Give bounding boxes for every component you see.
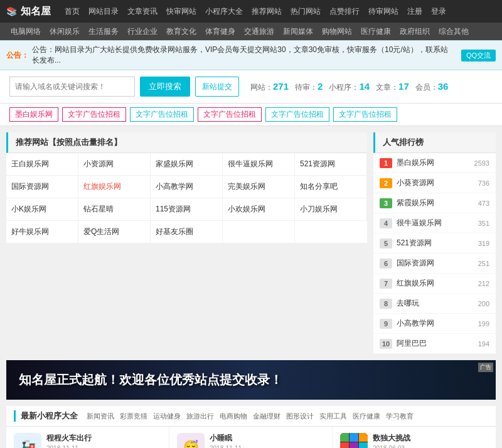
rank-item-5[interactable]: 5 521资源网 319 (373, 233, 496, 253)
cat-government[interactable]: 政府组织 (395, 24, 434, 39)
banner-ad-label: 广告 (478, 363, 493, 372)
mini-item-1[interactable]: 😴 小睡眠 2018-11-11 小睡眠，微信小程序每日70万＋用户，帮你好好小… (169, 427, 333, 448)
mini-item-0[interactable]: 🚂 程程火车出行 2018-11-11 【智能查询】支持查询高铁、动车、火车；【… (6, 427, 169, 448)
mini-item-2[interactable]: 数独大挑战 2018-06-03 数独--所数独游戏，拒家您轻松玩9×9宫位上的… (333, 427, 496, 448)
nav-hot[interactable]: 热门网站 (286, 4, 325, 19)
site-cell-10[interactable]: 小K娱乐网 (6, 198, 78, 221)
qq-btn[interactable]: QQ交流 (461, 50, 496, 61)
mini-cat-3[interactable]: 旅游出行 (184, 411, 216, 422)
mini-item-name-1: 小睡眠 (210, 433, 324, 444)
nav-directory[interactable]: 网站目录 (84, 4, 123, 19)
site-cell-11[interactable]: 钻石星晴 (78, 198, 151, 221)
stat-mini: 小程序：14 (329, 81, 370, 93)
site-cell-15[interactable]: 好牛娱乐网 (6, 221, 78, 243)
nav-login[interactable]: 登录 (427, 4, 451, 19)
site-cell-7[interactable]: 小高教学网 (151, 176, 223, 198)
mini-item-date-0: 2018-11-11 (46, 445, 161, 448)
cat-computer[interactable]: 电脑网络 (6, 24, 45, 39)
rank-name-2: 小葵资源网 (397, 178, 478, 188)
category-nav: 电脑网络 休闲娱乐 生活服务 行业企业 教育文化 体育健身 交通旅游 新闻媒体 … (0, 23, 502, 40)
search-button[interactable]: 立即搜索 (140, 77, 190, 97)
rank-num-8: 8 (380, 299, 392, 309)
search-input[interactable] (9, 77, 135, 97)
ad-link-5[interactable]: 文字广告位招租 (333, 107, 397, 122)
site-cell-4[interactable]: 521资源网 (295, 153, 367, 176)
site-cell-3[interactable]: 很牛逼娱乐网 (223, 153, 295, 176)
mini-cat-4[interactable]: 电商购物 (218, 411, 249, 422)
site-cell-14[interactable]: 小刀娱乐网 (295, 198, 367, 221)
cat-news[interactable]: 新闻媒体 (279, 24, 318, 39)
rank-num-1: 1 (380, 158, 392, 168)
rank-item-1[interactable]: 1 墨白娱乐网 2593 (373, 153, 496, 173)
nav-fast-review[interactable]: 快审网站 (162, 4, 201, 19)
rank-score-2: 736 (478, 179, 489, 187)
ad-link-4[interactable]: 文字广告位招租 (265, 107, 329, 122)
rank-num-10: 10 (380, 339, 392, 349)
rank-num-5: 5 (380, 238, 392, 248)
mini-cat-7[interactable]: 实用工具 (318, 411, 349, 422)
logo[interactable]: 📚 知名屋 (6, 5, 51, 18)
mini-item-date-1: 2018-11-11 (210, 445, 324, 448)
site-cell-9[interactable]: 知名分享吧 (295, 176, 367, 198)
nav-ranking[interactable]: 点赞排行 (325, 4, 364, 19)
site-cell-12[interactable]: 115资源网 (151, 198, 223, 221)
right-panel: 人气排行榜 1 墨白娱乐网 2593 2 小葵资源网 736 3 紫霞娱乐网 4… (373, 132, 496, 354)
cat-sports[interactable]: 体育健身 (201, 24, 240, 39)
submit-button[interactable]: 新站提交 (195, 77, 239, 97)
mini-cat-0[interactable]: 新闻资讯 (85, 411, 116, 422)
mini-item-info-2: 数独大挑战 2018-06-03 数独--所数独游戏，拒家您轻松玩9×9宫位上的… (373, 433, 488, 448)
mini-cat-9[interactable]: 学习教育 (384, 411, 415, 422)
nav-pending[interactable]: 待审网站 (364, 4, 403, 19)
stat-sites: 网站：271 (250, 81, 289, 93)
nav-register[interactable]: 注册 (403, 4, 427, 19)
cat-shopping[interactable]: 购物网站 (318, 24, 356, 39)
ad-link-3[interactable]: 文字广告位招租 (198, 107, 262, 122)
main-nav: 首页 网站目录 文章资讯 快审网站 小程序大全 推荐网站 热门网站 点赞排行 待… (60, 4, 451, 19)
cat-travel[interactable]: 交通旅游 (240, 24, 279, 39)
nav-recommended[interactable]: 推荐网站 (247, 4, 286, 19)
rank-name-9: 小高教学网 (397, 318, 478, 329)
rank-num-3: 3 (380, 198, 392, 208)
rank-name-7: 红旗娱乐网 (397, 278, 478, 289)
cat-entertainment[interactable]: 休闲娱乐 (45, 24, 84, 39)
rank-item-7[interactable]: 7 红旗娱乐网 212 (373, 274, 496, 294)
mini-cat-2[interactable]: 运动健身 (151, 411, 183, 422)
rank-num-9: 9 (380, 319, 392, 329)
rank-item-2[interactable]: 2 小葵资源网 736 (373, 173, 496, 193)
rank-name-3: 紫霞娱乐网 (397, 198, 478, 208)
rank-item-9[interactable]: 9 小高教学网 199 (373, 314, 496, 334)
nav-articles[interactable]: 文章资讯 (123, 4, 162, 19)
rank-item-10[interactable]: 10 阿里巴巴 194 (373, 334, 496, 354)
rank-item-6[interactable]: 6 国际资源网 251 (373, 253, 496, 274)
site-cell-13[interactable]: 小欢娱乐网 (223, 198, 295, 221)
nav-home[interactable]: 首页 (60, 4, 84, 19)
mini-cat-8[interactable]: 医疗健康 (351, 411, 382, 422)
site-cell-2[interactable]: 家盛娱乐网 (151, 153, 223, 176)
search-area: 立即搜索 新站提交 网站：271 待审：2 小程序：14 文章：17 会员：36 (0, 70, 502, 104)
site-cell-6[interactable]: 红旗娱乐网 (78, 176, 151, 198)
ad-link-2[interactable]: 文字广告位招租 (130, 107, 194, 122)
cat-life[interactable]: 生活服务 (84, 24, 123, 39)
site-cell-5[interactable]: 国际资源网 (6, 176, 78, 198)
rank-item-8[interactable]: 8 去哪玩 200 (373, 294, 496, 314)
site-cell-0[interactable]: 王白娱乐网 (6, 153, 78, 176)
ad-link-0[interactable]: 墨白娱乐网 (9, 107, 58, 122)
rank-item-4[interactable]: 4 很牛逼娱乐网 351 (373, 213, 496, 233)
rank-name-10: 阿里巴巴 (397, 338, 478, 349)
mini-cat-6[interactable]: 图形设计 (284, 411, 316, 422)
cat-education[interactable]: 教育文化 (162, 24, 201, 39)
site-cell-1[interactable]: 小资源网 (78, 153, 151, 176)
cat-other[interactable]: 综合其他 (434, 24, 473, 39)
mini-cat-5[interactable]: 金融理财 (251, 411, 282, 422)
mini-items-grid: 🚂 程程火车出行 2018-11-11 【智能查询】支持查询高铁、动车、火车；【… (6, 427, 496, 448)
rank-item-3[interactable]: 3 紫霞娱乐网 473 (373, 193, 496, 213)
nav-mini-programs[interactable]: 小程序大全 (201, 4, 247, 19)
mini-cat-1[interactable]: 彩票竞猜 (118, 411, 149, 422)
cat-health[interactable]: 医疗健康 (356, 24, 395, 39)
site-cell-8[interactable]: 完美娱乐网 (223, 176, 295, 198)
notice-text: 公告：网站目录为广大站长提供免费收录网站服务，VIP会员每天提交网站30，文章3… (32, 45, 455, 66)
cat-industry[interactable]: 行业企业 (123, 24, 162, 39)
site-cell-16[interactable]: 爱Q生活网 (78, 221, 151, 243)
ad-link-1[interactable]: 文字广告位招租 (62, 107, 126, 122)
site-cell-17[interactable]: 好基友乐圈 (151, 221, 223, 243)
